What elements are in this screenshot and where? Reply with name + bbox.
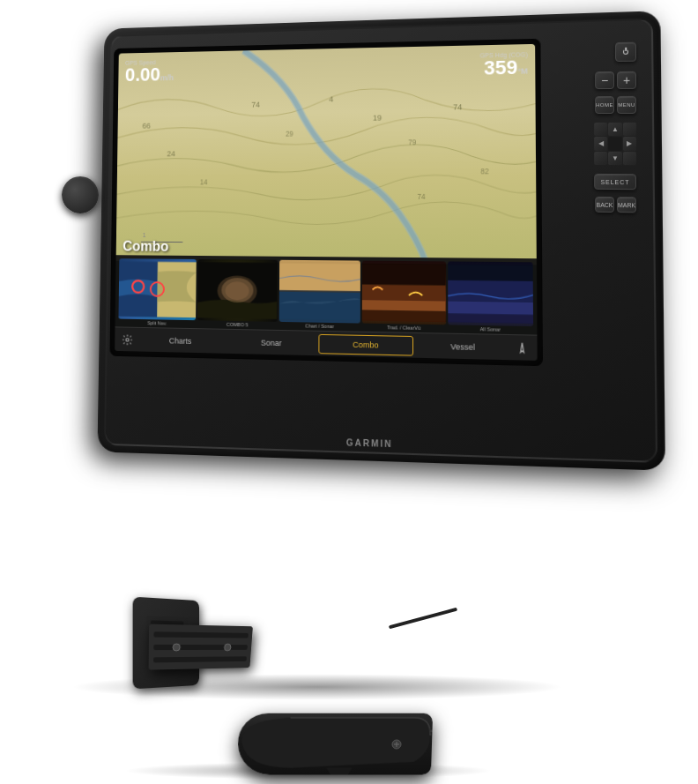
thumb-label-1: Split Nav. — [118, 320, 196, 327]
gps-heading-overlay: GPS Hdg (COG) 359°M — [479, 51, 528, 78]
thumb-trad-clearvue[interactable] — [362, 260, 446, 325]
dpad: ▲ ◀ ▶ ▼ — [594, 123, 636, 165]
svg-rect-24 — [362, 284, 446, 301]
dpad-se — [623, 152, 636, 165]
svg-point-44 — [224, 644, 231, 651]
home-button[interactable]: HOME — [595, 96, 614, 114]
settings-icon[interactable] — [120, 332, 135, 347]
gps-speed-overlay: GPS Speed 0.00m/h — [125, 59, 174, 85]
svg-point-32 — [126, 338, 129, 341]
svg-text:74: 74 — [453, 102, 462, 112]
svg-text:14: 14 — [200, 178, 208, 187]
svg-rect-41 — [153, 645, 248, 650]
power-button[interactable] — [615, 42, 636, 62]
dpad-right-button[interactable]: ▶ — [623, 137, 636, 150]
garmin-device: GARMIN GARMIN — [53, 18, 652, 529]
home-menu-row: HOME MENU — [585, 96, 636, 114]
svg-text:24: 24 — [167, 149, 175, 159]
svg-text:79: 79 — [408, 138, 416, 146]
map-background: 66 24 14 74 29 4 19 79 74 82 74 — [116, 44, 537, 265]
brand-screen-bottom: GARMIN — [346, 437, 393, 449]
transducer-group — [132, 599, 467, 775]
thumb-split-nav[interactable] — [118, 258, 197, 320]
svg-marker-33 — [521, 342, 524, 352]
gps-heading-value: 359°M — [484, 56, 528, 78]
svg-text:66: 66 — [143, 121, 151, 130]
svg-point-18 — [226, 281, 249, 300]
menu-button[interactable]: MENU — [617, 96, 636, 114]
back-mark-row: BACK MARK — [585, 197, 636, 213]
screen-bezel: 66 24 14 74 29 4 19 79 74 82 74 — [109, 39, 543, 367]
mark-button[interactable]: MARK — [617, 197, 636, 213]
dpad-ne — [623, 123, 636, 136]
zoom-row: − + — [585, 71, 636, 89]
dpad-container: ▲ ◀ ▶ ▼ — [585, 123, 636, 165]
dial-knob[interactable] — [62, 176, 99, 213]
svg-text:74: 74 — [251, 101, 260, 110]
svg-rect-28 — [448, 265, 533, 281]
svg-text:4: 4 — [329, 94, 333, 104]
dpad-left-button[interactable]: ◀ — [594, 137, 607, 150]
minus-button[interactable]: − — [595, 71, 614, 89]
screen-display[interactable]: 66 24 14 74 29 4 19 79 74 82 74 — [115, 44, 537, 361]
thumb-label-2: COMBO 5 — [197, 321, 277, 328]
thumb-label-5: All Sonar — [448, 325, 533, 332]
svg-rect-31 — [448, 313, 533, 323]
power-row — [585, 42, 636, 63]
svg-rect-25 — [362, 300, 446, 311]
nav-charts[interactable]: Charts — [137, 330, 225, 351]
nav-vessel[interactable]: Vessel — [415, 336, 511, 358]
svg-text:29: 29 — [286, 130, 293, 138]
svg-text:74: 74 — [418, 192, 426, 201]
thumbnail-strip: Split Nav. COMBO 5 Chart / Sonar Trad. /… — [115, 255, 537, 361]
thumb-label-4: Trad. / ClearVü — [362, 325, 446, 332]
dpad-nw — [594, 123, 607, 136]
svg-rect-23 — [362, 264, 446, 286]
scene: GARMIN GARMIN — [0, 0, 698, 784]
thumb-all-sonar[interactable] — [448, 261, 533, 326]
back-button[interactable]: BACK — [595, 197, 614, 213]
dpad-down-button[interactable]: ▼ — [608, 152, 621, 165]
select-row: SELECT — [585, 174, 636, 190]
svg-rect-30 — [448, 301, 533, 315]
svg-text:19: 19 — [373, 113, 382, 123]
dpad-sw — [594, 152, 607, 165]
thumb-label-3: Chart / Sonar — [279, 323, 360, 330]
svg-rect-19 — [279, 263, 360, 291]
select-button[interactable]: SELECT — [594, 174, 636, 190]
nav-sonar[interactable]: Sonar — [226, 332, 317, 353]
thumb-row — [115, 255, 538, 326]
svg-text:82: 82 — [480, 168, 489, 176]
dpad-up-button[interactable]: ▲ — [608, 123, 621, 136]
mode-label: Combo — [123, 238, 168, 254]
bracket-plate — [149, 624, 253, 670]
dpad-center — [608, 137, 621, 150]
transducer-cable — [389, 608, 457, 630]
side-buttons-panel: − + HOME MENU ▲ ◀ ▶ ▼ — [585, 42, 636, 213]
compass-icon — [513, 339, 531, 357]
svg-point-43 — [173, 644, 180, 651]
svg-rect-20 — [279, 290, 360, 320]
transducer-body — [237, 713, 433, 775]
nav-combo[interactable]: Combo — [318, 333, 413, 355]
thumb-combo5[interactable] — [197, 259, 278, 322]
topo-lines: 66 24 14 74 29 4 19 79 74 82 74 — [116, 44, 537, 265]
gps-speed-value: 0.00m/h — [125, 63, 174, 86]
plus-button[interactable]: + — [617, 71, 636, 89]
svg-rect-29 — [448, 280, 533, 302]
power-icon — [623, 49, 628, 55]
thumb-chart-sonar[interactable] — [279, 259, 361, 323]
svg-rect-26 — [362, 310, 446, 321]
